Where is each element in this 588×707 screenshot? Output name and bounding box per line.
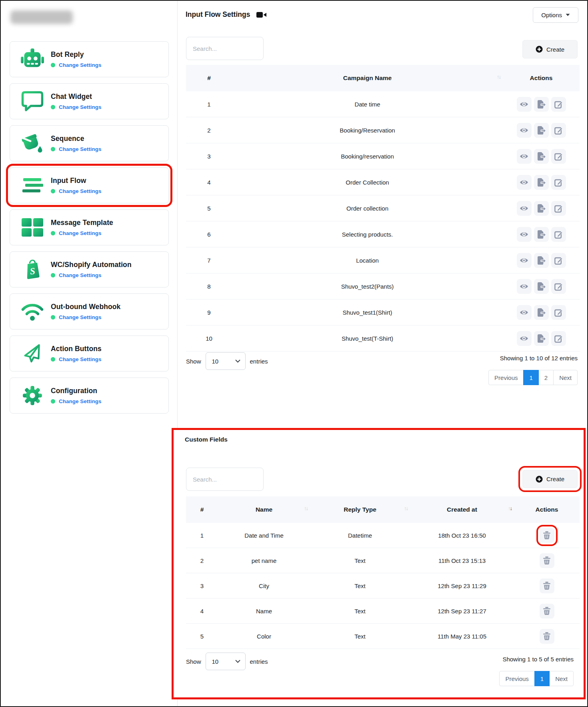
custom-fields-search-input[interactable] xyxy=(186,468,264,491)
file-export-icon xyxy=(537,282,546,291)
view-button[interactable] xyxy=(517,123,532,138)
flow-page-size-select[interactable]: 10 xyxy=(206,352,246,370)
change-settings-link[interactable]: Change Settings xyxy=(59,272,102,278)
change-settings-link[interactable]: Change Settings xyxy=(59,188,102,194)
flow-col-campaign[interactable]: Campaign Name↑↓ xyxy=(232,74,503,82)
export-button[interactable] xyxy=(534,97,549,112)
file-export-icon xyxy=(537,230,546,239)
status-dot-icon xyxy=(51,315,55,319)
sort-icon[interactable]: ↑↓ xyxy=(404,505,408,511)
delete-button[interactable] xyxy=(540,528,554,543)
delete-button[interactable] xyxy=(540,578,554,593)
app-logo-blurred xyxy=(10,10,73,24)
export-button[interactable] xyxy=(534,227,549,242)
delete-button[interactable] xyxy=(540,553,554,568)
export-button[interactable] xyxy=(534,253,549,268)
view-button[interactable] xyxy=(517,201,532,216)
sidebar-item[interactable]: S WC/Shopify Automation Change Settings xyxy=(10,251,169,287)
cf-col-reply-type[interactable]: Reply Type↑↓ xyxy=(310,506,410,513)
sidebar-item-label: Message Template xyxy=(51,219,113,227)
sidebar-item[interactable]: Out-bound Webhook Change Settings xyxy=(10,293,169,329)
sidebar-item[interactable]: Input Flow Change Settings xyxy=(10,167,169,203)
file-export-icon xyxy=(537,204,546,213)
sidebar-item[interactable]: Bot Reply Change Settings xyxy=(10,41,169,77)
page-number-button[interactable]: 1 xyxy=(523,370,538,385)
svg-text:S: S xyxy=(30,266,36,276)
export-button[interactable] xyxy=(534,123,549,138)
view-button[interactable] xyxy=(517,175,532,190)
options-button[interactable]: Options xyxy=(533,7,578,23)
change-settings-link[interactable]: Change Settings xyxy=(59,398,102,404)
edit-button[interactable] xyxy=(551,123,566,138)
edit-button[interactable] xyxy=(551,149,566,164)
change-settings-link[interactable]: Change Settings xyxy=(59,104,102,110)
flow-col-num[interactable]: # xyxy=(186,74,232,82)
delete-button[interactable] xyxy=(540,629,554,644)
reply-type: Text xyxy=(310,633,410,640)
campaign-name: Shuvo_test2(Pants) xyxy=(232,283,503,290)
view-button[interactable] xyxy=(517,253,532,268)
edit-button[interactable] xyxy=(551,253,566,268)
edit-button[interactable] xyxy=(551,97,566,112)
change-settings-link[interactable]: Change Settings xyxy=(59,146,102,152)
file-export-icon xyxy=(537,308,546,317)
view-button[interactable] xyxy=(517,305,532,320)
edit-button[interactable] xyxy=(551,331,566,346)
sidebar-item-icon xyxy=(14,343,51,364)
flow-create-button[interactable]: Create xyxy=(522,40,578,58)
export-button[interactable] xyxy=(534,279,549,294)
edit-icon xyxy=(554,256,563,265)
trash-icon xyxy=(543,556,550,564)
campaign-name: Location xyxy=(232,257,503,264)
view-button[interactable] xyxy=(517,149,532,164)
field-name: City xyxy=(218,582,310,589)
sidebar-item-label: Input Flow xyxy=(51,177,102,185)
export-button[interactable] xyxy=(534,331,549,346)
cf-col-created-at[interactable]: Created at↑↓ xyxy=(410,506,514,513)
row-number: 1 xyxy=(186,532,218,539)
cf-col-num[interactable]: # xyxy=(186,506,218,513)
page-number-button[interactable]: 1 xyxy=(534,671,550,686)
page-number-button[interactable]: 2 xyxy=(538,370,554,385)
sidebar-item[interactable]: Message Template Change Settings xyxy=(10,209,169,245)
edit-button[interactable] xyxy=(551,175,566,190)
sort-icon[interactable]: ↑↓ xyxy=(304,505,308,511)
flow-table-row: 6 Selecting products. xyxy=(186,221,580,247)
export-button[interactable] xyxy=(534,149,549,164)
previous-page-button[interactable]: Previous xyxy=(499,671,534,686)
export-button[interactable] xyxy=(534,175,549,190)
next-page-button[interactable]: Next xyxy=(553,370,578,385)
previous-page-button[interactable]: Previous xyxy=(488,370,524,385)
campaign-name: Shuvo_test(T-Shirt) xyxy=(232,335,503,342)
change-settings-link[interactable]: Change Settings xyxy=(59,356,102,362)
chevron-down-icon xyxy=(235,660,240,663)
sort-desc-icon[interactable]: ↑↓ xyxy=(508,505,512,511)
sidebar-item[interactable]: Configuration Change Settings xyxy=(10,378,169,414)
sidebar-item[interactable]: Chat Widget Change Settings xyxy=(10,83,169,119)
edit-button[interactable] xyxy=(551,227,566,242)
flow-search-input[interactable] xyxy=(186,37,264,60)
custom-fields-create-button[interactable]: Create xyxy=(522,470,578,488)
created-at: 18th Oct 23 16:50 xyxy=(410,532,514,539)
view-button[interactable] xyxy=(517,97,532,112)
edit-icon xyxy=(554,308,563,317)
edit-button[interactable] xyxy=(551,305,566,320)
cf-page-size-select[interactable]: 10 xyxy=(206,653,246,670)
sidebar-item[interactable]: Sequence Change Settings xyxy=(10,125,169,161)
file-export-icon xyxy=(537,178,546,187)
sort-icon[interactable]: ↑↓ xyxy=(497,74,500,80)
sidebar-item[interactable]: Action Buttons Change Settings xyxy=(10,335,169,372)
cf-col-name[interactable]: Name↑↓ xyxy=(218,506,310,513)
export-button[interactable] xyxy=(534,201,549,216)
next-page-button[interactable]: Next xyxy=(549,671,574,686)
edit-button[interactable] xyxy=(551,201,566,216)
edit-button[interactable] xyxy=(551,279,566,294)
view-button[interactable] xyxy=(517,331,532,346)
delete-button[interactable] xyxy=(540,604,554,619)
change-settings-link[interactable]: Change Settings xyxy=(59,314,102,320)
change-settings-link[interactable]: Change Settings xyxy=(59,230,102,236)
view-button[interactable] xyxy=(517,279,532,294)
view-button[interactable] xyxy=(517,227,532,242)
change-settings-link[interactable]: Change Settings xyxy=(59,62,102,68)
export-button[interactable] xyxy=(534,305,549,320)
